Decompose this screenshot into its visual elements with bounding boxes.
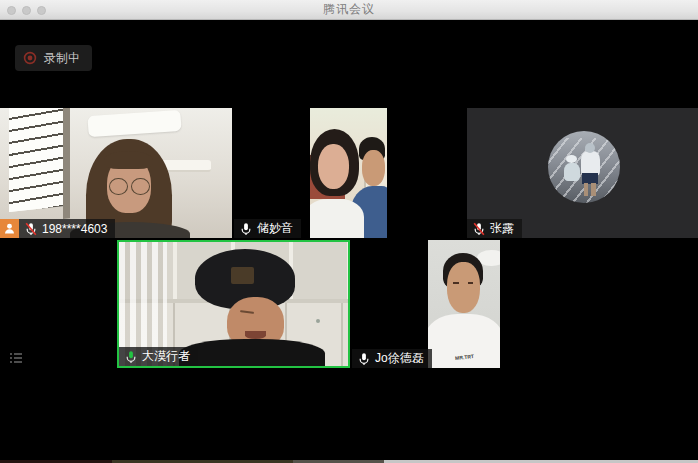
minimize-window-button[interactable] [22,6,31,15]
meeting-stage: 录制中 [0,20,698,463]
video-tile-jo-xudelei[interactable]: MR.TRT Jo徐德磊 [352,240,583,368]
mic-muted-icon [24,222,38,236]
mic-muted-icon [472,222,486,236]
titlebar: 腾讯会议 [0,0,698,20]
window-title: 腾讯会议 [0,1,698,18]
participant-name-tag: 大漠行者 [119,347,198,366]
person-badge-icon [0,219,19,238]
participant-name: 张露 [490,220,514,237]
avatar [548,131,620,203]
mic-icon [239,222,253,236]
traffic-lights [7,6,46,15]
participant-name: 大漠行者 [142,348,190,365]
video-tile-damohangzhe-active-speaker[interactable]: 大漠行者 [117,240,350,368]
member-list-icon[interactable] [8,350,24,366]
participant-name: Jo徐德磊 [375,350,424,367]
ceiling-lamp [88,110,182,137]
window-blinds [9,108,65,212]
meeting-window: 腾讯会议 录制中 [0,0,698,463]
video-tile-198-4603[interactable]: 198****4603 [0,108,232,238]
record-dot-icon [23,51,37,65]
recording-label: 录制中 [44,50,80,67]
participant-name: 198****4603 [42,222,107,236]
video-tile-chumiaoyin[interactable]: 储妙音 [234,108,465,238]
participant-name: 储妙音 [257,220,293,237]
participant-name-tag: 张露 [467,219,522,238]
zoom-window-button[interactable] [37,6,46,15]
participant-name-tag: 198****4603 [19,219,115,238]
close-window-button[interactable] [7,6,16,15]
participant-name-tag: 储妙音 [234,219,301,238]
mic-icon [357,352,371,366]
recording-indicator[interactable]: 录制中 [15,45,92,71]
participant-name-tag: Jo徐德磊 [352,349,432,368]
video-tile-zhanglu[interactable]: 张露 [467,108,698,238]
mic-speaking-icon [124,350,138,364]
